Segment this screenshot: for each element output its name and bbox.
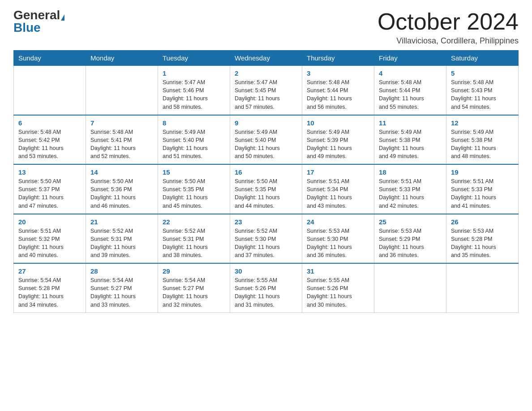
day-info: Sunrise: 5:47 AMSunset: 5:45 PMDaylight:…	[235, 78, 297, 111]
calendar-cell: 6Sunrise: 5:48 AMSunset: 5:42 PMDaylight…	[14, 115, 86, 165]
calendar-cell: 4Sunrise: 5:48 AMSunset: 5:44 PMDaylight…	[374, 66, 446, 115]
day-info: Sunrise: 5:51 AMSunset: 5:32 PMDaylight:…	[18, 227, 81, 260]
day-info: Sunrise: 5:49 AMSunset: 5:40 PMDaylight:…	[163, 128, 225, 161]
weekday-header-monday: Monday	[86, 51, 158, 66]
day-info: Sunrise: 5:53 AMSunset: 5:28 PMDaylight:…	[451, 227, 514, 260]
day-info: Sunrise: 5:48 AMSunset: 5:43 PMDaylight:…	[451, 78, 514, 111]
calendar-cell: 13Sunrise: 5:50 AMSunset: 5:37 PMDayligh…	[14, 164, 86, 214]
day-info: Sunrise: 5:52 AMSunset: 5:31 PMDaylight:…	[90, 227, 153, 260]
calendar-week-row: 20Sunrise: 5:51 AMSunset: 5:32 PMDayligh…	[14, 214, 519, 264]
calendar-cell: 19Sunrise: 5:51 AMSunset: 5:33 PMDayligh…	[446, 164, 519, 214]
day-info: Sunrise: 5:54 AMSunset: 5:28 PMDaylight:…	[18, 276, 81, 309]
day-number: 4	[379, 69, 442, 77]
calendar-cell: 16Sunrise: 5:50 AMSunset: 5:35 PMDayligh…	[230, 164, 302, 214]
calendar-cell: 5Sunrise: 5:48 AMSunset: 5:43 PMDaylight…	[446, 66, 519, 115]
calendar-cell	[86, 66, 158, 115]
day-number: 29	[163, 267, 225, 275]
day-number: 16	[235, 168, 297, 176]
calendar-cell: 14Sunrise: 5:50 AMSunset: 5:36 PMDayligh…	[86, 164, 158, 214]
calendar-week-row: 13Sunrise: 5:50 AMSunset: 5:37 PMDayligh…	[14, 164, 519, 214]
calendar-cell: 29Sunrise: 5:54 AMSunset: 5:27 PMDayligh…	[158, 263, 230, 313]
day-info: Sunrise: 5:48 AMSunset: 5:41 PMDaylight:…	[90, 128, 153, 161]
day-number: 11	[379, 119, 442, 127]
day-number: 3	[307, 69, 369, 77]
day-info: Sunrise: 5:51 AMSunset: 5:33 PMDaylight:…	[451, 177, 514, 210]
calendar-cell: 8Sunrise: 5:49 AMSunset: 5:40 PMDaylight…	[158, 115, 230, 165]
day-info: Sunrise: 5:48 AMSunset: 5:44 PMDaylight:…	[379, 78, 442, 111]
calendar-cell: 23Sunrise: 5:52 AMSunset: 5:30 PMDayligh…	[230, 214, 302, 264]
logo-triangle-icon	[61, 14, 64, 21]
day-number: 13	[18, 168, 81, 176]
calendar-cell: 18Sunrise: 5:51 AMSunset: 5:33 PMDayligh…	[374, 164, 446, 214]
day-number: 2	[235, 69, 297, 77]
day-number: 21	[90, 218, 153, 226]
calendar-cell	[14, 66, 86, 115]
calendar-cell: 20Sunrise: 5:51 AMSunset: 5:32 PMDayligh…	[14, 214, 86, 264]
day-info: Sunrise: 5:50 AMSunset: 5:35 PMDaylight:…	[235, 177, 297, 210]
calendar-cell: 9Sunrise: 5:49 AMSunset: 5:40 PMDaylight…	[230, 115, 302, 165]
day-number: 12	[451, 119, 514, 127]
day-number: 10	[307, 119, 369, 127]
day-info: Sunrise: 5:55 AMSunset: 5:26 PMDaylight:…	[307, 276, 369, 309]
day-number: 20	[18, 218, 81, 226]
day-number: 19	[451, 168, 514, 176]
logo-general-text: General	[13, 8, 60, 22]
day-info: Sunrise: 5:49 AMSunset: 5:38 PMDaylight:…	[451, 128, 514, 161]
day-number: 6	[18, 119, 81, 127]
calendar-cell: 30Sunrise: 5:55 AMSunset: 5:26 PMDayligh…	[230, 263, 302, 313]
day-number: 18	[379, 168, 442, 176]
day-number: 5	[451, 69, 514, 77]
weekday-header-sunday: Sunday	[14, 51, 86, 66]
weekday-header-wednesday: Wednesday	[230, 51, 302, 66]
calendar-cell: 31Sunrise: 5:55 AMSunset: 5:26 PMDayligh…	[302, 263, 374, 313]
day-number: 15	[163, 168, 225, 176]
day-number: 7	[90, 119, 153, 127]
day-info: Sunrise: 5:49 AMSunset: 5:39 PMDaylight:…	[307, 128, 369, 161]
day-number: 25	[379, 218, 442, 226]
day-number: 8	[163, 119, 225, 127]
weekday-header-friday: Friday	[374, 51, 446, 66]
calendar-header-row: SundayMondayTuesdayWednesdayThursdayFrid…	[14, 51, 519, 66]
calendar-cell: 7Sunrise: 5:48 AMSunset: 5:41 PMDaylight…	[86, 115, 158, 165]
day-number: 28	[90, 267, 153, 275]
weekday-header-thursday: Thursday	[302, 51, 374, 66]
calendar-cell: 22Sunrise: 5:52 AMSunset: 5:31 PMDayligh…	[158, 214, 230, 264]
calendar-cell: 28Sunrise: 5:54 AMSunset: 5:27 PMDayligh…	[86, 263, 158, 313]
day-info: Sunrise: 5:54 AMSunset: 5:27 PMDaylight:…	[90, 276, 153, 309]
day-info: Sunrise: 5:53 AMSunset: 5:30 PMDaylight:…	[307, 227, 369, 260]
calendar-cell	[446, 263, 519, 313]
calendar-cell: 10Sunrise: 5:49 AMSunset: 5:39 PMDayligh…	[302, 115, 374, 165]
logo: General Blue	[13, 9, 64, 34]
calendar-cell: 12Sunrise: 5:49 AMSunset: 5:38 PMDayligh…	[446, 115, 519, 165]
calendar-table: SundayMondayTuesdayWednesdayThursdayFrid…	[13, 50, 519, 313]
day-info: Sunrise: 5:52 AMSunset: 5:30 PMDaylight:…	[235, 227, 297, 260]
calendar-cell: 11Sunrise: 5:49 AMSunset: 5:38 PMDayligh…	[374, 115, 446, 165]
day-number: 9	[235, 119, 297, 127]
calendar-week-row: 6Sunrise: 5:48 AMSunset: 5:42 PMDaylight…	[14, 115, 519, 165]
day-number: 26	[451, 218, 514, 226]
calendar-cell: 2Sunrise: 5:47 AMSunset: 5:45 PMDaylight…	[230, 66, 302, 115]
calendar-cell: 25Sunrise: 5:53 AMSunset: 5:29 PMDayligh…	[374, 214, 446, 264]
day-number: 30	[235, 267, 297, 275]
calendar-cell: 1Sunrise: 5:47 AMSunset: 5:46 PMDaylight…	[158, 66, 230, 115]
day-number: 17	[307, 168, 369, 176]
calendar-cell: 21Sunrise: 5:52 AMSunset: 5:31 PMDayligh…	[86, 214, 158, 264]
day-info: Sunrise: 5:49 AMSunset: 5:40 PMDaylight:…	[235, 128, 297, 161]
calendar-cell: 26Sunrise: 5:53 AMSunset: 5:28 PMDayligh…	[446, 214, 519, 264]
day-info: Sunrise: 5:50 AMSunset: 5:36 PMDaylight:…	[90, 177, 153, 210]
day-number: 1	[163, 69, 225, 77]
calendar-cell: 3Sunrise: 5:48 AMSunset: 5:44 PMDaylight…	[302, 66, 374, 115]
day-number: 23	[235, 218, 297, 226]
day-info: Sunrise: 5:50 AMSunset: 5:37 PMDaylight:…	[18, 177, 81, 210]
day-number: 27	[18, 267, 81, 275]
weekday-header-tuesday: Tuesday	[158, 51, 230, 66]
day-number: 14	[90, 168, 153, 176]
day-info: Sunrise: 5:47 AMSunset: 5:46 PMDaylight:…	[163, 78, 225, 111]
day-info: Sunrise: 5:51 AMSunset: 5:34 PMDaylight:…	[307, 177, 369, 210]
day-info: Sunrise: 5:49 AMSunset: 5:38 PMDaylight:…	[379, 128, 442, 161]
month-title: October 2024	[378, 9, 519, 34]
day-number: 22	[163, 218, 225, 226]
day-info: Sunrise: 5:51 AMSunset: 5:33 PMDaylight:…	[379, 177, 442, 210]
title-section: October 2024 Villaviciosa, Cordillera, P…	[378, 9, 519, 46]
calendar-cell: 27Sunrise: 5:54 AMSunset: 5:28 PMDayligh…	[14, 263, 86, 313]
